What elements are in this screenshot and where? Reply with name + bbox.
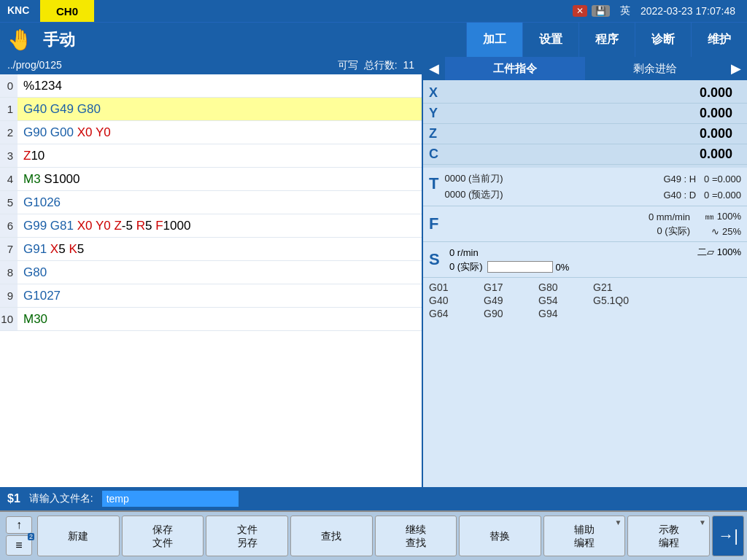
filename-input[interactable] (102, 491, 239, 507)
code-line-4[interactable]: 4 M3 S1000 (0, 168, 422, 191)
gcode-g64: G64 (429, 308, 469, 319)
s-label: S (429, 250, 449, 269)
coord-row-y: Y 0.000 (423, 104, 747, 124)
tab-maintenance[interactable]: 维护 (691, 23, 747, 58)
f-value-1: 0 mm/min (449, 211, 690, 222)
s-value-2: 0 (实际) (449, 260, 483, 273)
prev-tab-button[interactable]: ◀ (423, 57, 445, 80)
s-row-2: 0 (实际) 0% (449, 260, 741, 274)
logo-icon: KNC (6, 1, 35, 21)
code-line-1[interactable]: 1 G40 G49 G80 (0, 98, 422, 121)
f-row-2: 0 (实际) ∿ 25% (449, 224, 741, 238)
find-button[interactable]: 查找 (290, 516, 373, 556)
gcode-g17: G17 (484, 281, 524, 293)
save-as-button[interactable]: 文件另存 (206, 516, 288, 556)
next-page-button[interactable]: →| (712, 516, 744, 556)
tab-settings[interactable]: 设置 (522, 23, 578, 58)
tab-workpiece[interactable]: 工件指令 (445, 57, 585, 80)
code-line-8[interactable]: 8 G80 (0, 261, 422, 284)
teach-dropdown-icon: ▼ (699, 518, 706, 527)
f-content: 0 mm/min ㎜ 100% 0 (实际) ∿ 25% (449, 209, 741, 238)
code-area[interactable]: 0 %1234 1 G40 G49 G80 2 G90 G00 X0 Y0 3 … (0, 74, 422, 487)
code-line-0[interactable]: 0 %1234 (0, 74, 422, 98)
t-current-code: G49 : H 0 =0.000 (593, 174, 741, 184)
t-current-tool: 0000 (当前刀) (444, 172, 592, 185)
gcode-g51q0: G5.1Q0 (593, 295, 633, 306)
code-line-3[interactable]: 3 Z10 (0, 144, 422, 168)
layers-icon: ≡ (15, 539, 22, 552)
code-line-6[interactable]: 6 G99 G81 X0 Y0 Z-5 R5 F1000 (0, 214, 422, 238)
layers-button[interactable]: ≡ 2 (6, 535, 32, 556)
layers-badge: 2 (28, 533, 34, 540)
dollar-label: $1 (7, 492, 20, 505)
aux-dropdown-icon: ▼ (614, 518, 622, 527)
save-icon: 💾 (595, 6, 606, 16)
arrow-up-button[interactable]: ↑ (6, 516, 32, 534)
gcode-status: G01 G17 G80 G21 G40 G49 G54 G5.1Q0 G64 G… (423, 278, 747, 324)
tab-diagnosis[interactable]: 诊断 (635, 23, 691, 58)
code-line-7[interactable]: 7 G91 X5 K5 (0, 238, 422, 261)
s-value-1: 0 r/min (449, 247, 479, 258)
gcode-row-2: G40 G49 G54 G5.1Q0 (429, 295, 741, 306)
f-percent-1: ㎜ 100% (690, 210, 741, 223)
t-row-current: 0000 (当前刀) G49 : H 0 =0.000 (444, 171, 741, 187)
lang-display[interactable]: 英 (614, 4, 636, 18)
code-line-5[interactable]: 5 G1026 (0, 191, 422, 214)
f-section: F 0 mm/min ㎜ 100% 0 (实际) ∿ 25% (423, 206, 747, 242)
f-percent-2: ∿ 25% (690, 226, 741, 237)
bottom-toolbar: ↑ ≡ 2 新建 保存文件 文件另存 查找 继续查找 替换 辅助编程 ▼ 示教编… (0, 510, 747, 560)
coord-row-z: Z 0.000 (423, 124, 747, 144)
new-file-button[interactable]: 新建 (37, 516, 120, 556)
code-line-9[interactable]: 9 G1027 (0, 284, 422, 308)
coord-row-c: C 0.000 (423, 144, 747, 165)
tab-machining[interactable]: 加工 (466, 23, 522, 58)
status-text: 请输入文件名: (29, 492, 93, 505)
file-path: ../prog/0125 (7, 59, 62, 72)
s-content: 0 r/min 二⏥ 100% 0 (实际) 0% (449, 245, 741, 274)
left-panel: ../prog/0125 可写 总行数: 11 0 %1234 1 G40 G4… (0, 57, 423, 487)
t-row-preset: 0000 (预选刀) G40 : D 0 =0.000 (444, 187, 741, 203)
nav-tabs: 加工 设置 程序 诊断 维护 (466, 23, 747, 58)
s-row-1: 0 r/min 二⏥ 100% (449, 245, 741, 260)
gcode-g54: G54 (538, 295, 578, 306)
s-percent-1: 二⏥ 100% (479, 246, 741, 259)
find-next-button[interactable]: 继续查找 (375, 516, 457, 556)
right-panel: ◀ 工件指令 剩余进给 ▶ X 0.000 Y 0.000 Z 0.000 C … (423, 57, 747, 487)
gcode-g21: G21 (593, 281, 633, 293)
save-file-button[interactable]: 保存文件 (122, 516, 204, 556)
tb-nav-group: ↑ ≡ 2 (3, 516, 35, 556)
coord-row-x: X 0.000 (423, 83, 747, 104)
mode-label: 手动 (40, 29, 466, 51)
f-value-2: 0 (实际) (449, 225, 690, 238)
gcode-row-1: G01 G17 G80 G21 (429, 281, 741, 293)
file-info-bar: ../prog/0125 可写 总行数: 11 (0, 57, 422, 74)
f-row-1: 0 mm/min ㎜ 100% (449, 209, 741, 224)
stop-button[interactable]: ✕ (573, 5, 587, 17)
main-content: ../prog/0125 可写 总行数: 11 0 %1234 1 G40 G4… (0, 57, 747, 487)
tab-remaining[interactable]: 剩余进给 (585, 57, 725, 80)
s-progress-bar (487, 261, 553, 273)
code-line-2[interactable]: 2 G90 G00 X0 Y0 (0, 121, 422, 144)
gcode-g94: G94 (538, 308, 578, 319)
gcode-g40: G40 (429, 295, 469, 306)
channel-tab[interactable]: CH0 (40, 0, 94, 22)
next-tab-button[interactable]: ▶ (725, 57, 747, 80)
gcode-row-3: G64 G90 G94 (429, 308, 741, 319)
t-label: T (429, 171, 444, 196)
gcode-g90: G90 (484, 308, 524, 319)
hand-icon: 🤚 (0, 28, 40, 52)
teach-program-button[interactable]: 示教编程 ▼ (627, 516, 710, 556)
file-writable: 可写 总行数: 11 (338, 59, 414, 72)
save-button[interactable]: 💾 (592, 5, 610, 17)
replace-button[interactable]: 替换 (459, 516, 541, 556)
code-line-10[interactable]: 10 M30 (0, 308, 422, 331)
aux-program-button[interactable]: 辅助编程 ▼ (543, 516, 626, 556)
f-label: F (429, 214, 449, 233)
header-middle: ✕ 💾 英 2022-03-23 17:07:48 (94, 4, 747, 18)
t-preset-tool: 0000 (预选刀) (444, 188, 592, 201)
s-section: S 0 r/min 二⏥ 100% 0 (实际) 0% (423, 242, 747, 278)
svg-text:KNC: KNC (7, 4, 29, 16)
right-header: ◀ 工件指令 剩余进给 ▶ (423, 57, 747, 80)
s-percent-2: 0% (553, 262, 570, 273)
tab-program[interactable]: 程序 (578, 23, 635, 58)
